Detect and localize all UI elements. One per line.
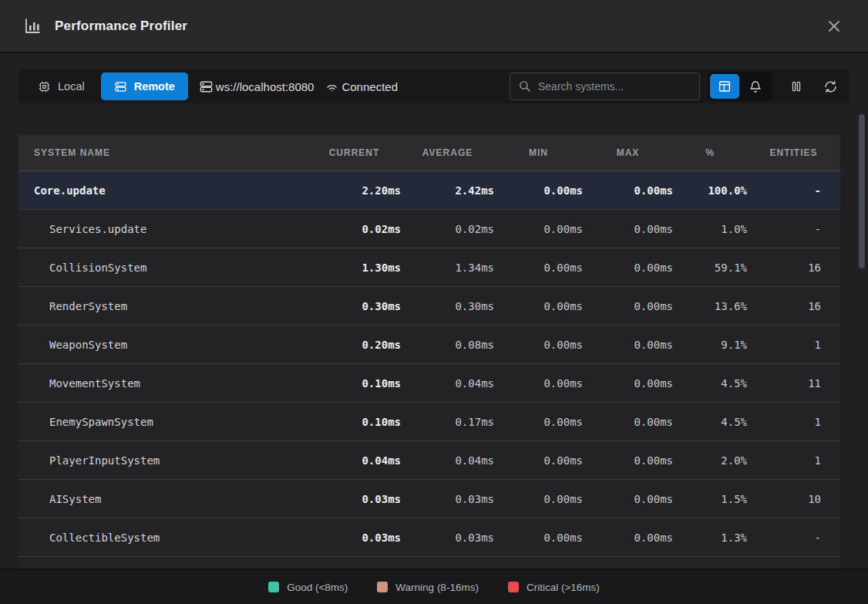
column-header-average[interactable]: AVERAGE [401, 147, 494, 158]
table-row[interactable]: Core.update 2.20ms 2.42ms 0.00ms 0.00ms … [19, 171, 840, 210]
systems-table: SYSTEM NAME CURRENT AVERAGE MIN MAX % EN… [19, 135, 840, 569]
min-cell: 0.00ms [494, 300, 583, 312]
min-cell: 0.00ms [494, 416, 583, 428]
max-cell: 0.00ms [583, 184, 673, 197]
percent-cell: 2.0% [673, 454, 747, 467]
system-name-cell: Core.update [19, 184, 308, 197]
average-cell: 0.03ms [401, 493, 494, 505]
local-button[interactable]: Local [25, 73, 98, 100]
connection-status-label: Connected [341, 80, 398, 93]
table-row[interactable]: PlayerInputSystem 0.04ms 0.04ms 0.00ms 0… [19, 441, 840, 480]
table-header-row: SYSTEM NAME CURRENT AVERAGE MIN MAX % EN… [19, 135, 840, 171]
column-header-min[interactable]: MIN [494, 147, 583, 158]
close-icon[interactable] [823, 15, 845, 37]
max-cell: 0.00ms [583, 300, 673, 312]
legend-swatch-icon [268, 582, 279, 592]
table-row[interactable]: CollectibleSystem 0.03ms 0.03ms 0.00ms 0… [19, 518, 840, 557]
system-name-cell: PlayerInputSystem [19, 454, 308, 467]
connection-status: Connected [325, 79, 398, 94]
percent-cell: 1.5% [673, 493, 747, 505]
system-name-cell: EnemySpawnSystem [19, 416, 308, 428]
wifi-icon [325, 79, 339, 94]
current-cell: 0.30ms [308, 300, 401, 312]
max-cell: 0.00ms [583, 416, 673, 428]
column-header-percent[interactable]: % [673, 147, 747, 158]
entities-cell: 1 [747, 454, 840, 467]
table-row[interactable]: EnemySpawnSystem 0.10ms 0.17ms 0.00ms 0.… [19, 403, 840, 441]
entities-cell: 1 [747, 339, 840, 351]
scrollbar-thumb[interactable] [859, 114, 865, 268]
system-name-cell: CollisionSystem [19, 262, 308, 274]
system-name-cell: MovementSystem [19, 377, 308, 390]
table-row[interactable]: MovementSystem 0.10ms 0.04ms 0.00ms 0.00… [19, 364, 840, 403]
entities-cell: - [747, 531, 840, 544]
current-cell: 0.10ms [308, 416, 401, 428]
percent-cell: 59.1% [673, 262, 747, 274]
view-toggle-group [708, 72, 772, 101]
average-cell: 0.02ms [401, 223, 494, 235]
page-title: Performance Profiler [55, 19, 187, 34]
legend-label: Warning (8-16ms) [395, 582, 479, 593]
system-name-cell: CollectibleSystem [19, 531, 308, 544]
current-cell: 0.20ms [308, 339, 401, 351]
percent-cell: 1.3% [673, 531, 747, 544]
column-header-current[interactable]: CURRENT [308, 147, 401, 158]
clipped-row [19, 557, 840, 569]
system-name-cell: Services.update [19, 223, 308, 235]
max-cell: 0.00ms [583, 454, 673, 467]
max-cell: 0.00ms [583, 262, 673, 274]
websocket-url: ws://localhost:8080 [199, 79, 315, 94]
local-button-label: Local [58, 80, 85, 93]
title-bar: Performance Profiler [0, 0, 868, 53]
remote-button[interactable]: Remote [101, 73, 188, 100]
websocket-url-label: ws://localhost:8080 [216, 80, 315, 93]
current-cell: 0.10ms [308, 377, 401, 390]
entities-cell: 1 [747, 416, 840, 428]
average-cell: 0.08ms [401, 339, 494, 351]
remote-button-label: Remote [134, 80, 175, 93]
legend-bar: Good (<8ms) Warning (8-16ms) Critical (>… [0, 569, 868, 604]
average-cell: 0.03ms [401, 531, 494, 544]
refresh-icon[interactable] [817, 73, 843, 100]
max-cell: 0.00ms [583, 493, 673, 505]
legend-swatch-icon [508, 582, 519, 592]
min-cell: 0.00ms [494, 339, 583, 351]
table-layout-icon[interactable] [710, 74, 739, 99]
bar-chart-icon [23, 17, 42, 35]
table-row[interactable]: RenderSystem 0.30ms 0.30ms 0.00ms 0.00ms… [19, 287, 840, 326]
search-input[interactable] [510, 73, 700, 100]
min-cell: 0.00ms [494, 454, 583, 467]
table-row[interactable]: WeaponSystem 0.20ms 0.08ms 0.00ms 0.00ms… [19, 326, 840, 364]
average-cell: 0.30ms [401, 300, 494, 312]
server-icon [199, 79, 214, 94]
legend-swatch-icon [377, 582, 388, 592]
column-header-system-name[interactable]: SYSTEM NAME [19, 147, 308, 158]
legend-item: Critical (>16ms) [508, 582, 600, 593]
system-name-cell: RenderSystem [19, 300, 308, 312]
average-cell: 0.17ms [401, 416, 494, 428]
percent-cell: 4.5% [673, 416, 747, 428]
entities-cell: 10 [747, 493, 840, 505]
current-cell: 2.20ms [308, 184, 401, 197]
table-row[interactable]: AISystem 0.03ms 0.03ms 0.00ms 0.00ms 1.5… [19, 480, 840, 518]
table-row[interactable]: CollisionSystem 1.30ms 1.34ms 0.00ms 0.0… [19, 248, 840, 287]
source-toggle-group: Local Remote [25, 73, 188, 100]
table-body: Core.update 2.20ms 2.42ms 0.00ms 0.00ms … [19, 171, 840, 557]
table-row[interactable]: Services.update 0.02ms 0.02ms 0.00ms 0.0… [19, 210, 840, 248]
legend-item: Warning (8-16ms) [377, 582, 479, 593]
entities-cell: 11 [747, 377, 840, 390]
pause-icon[interactable] [783, 73, 809, 100]
bell-icon[interactable] [741, 74, 770, 99]
cpu-icon [38, 80, 51, 93]
average-cell: 0.04ms [401, 377, 494, 390]
entities-cell: - [747, 223, 840, 235]
search-icon [518, 79, 531, 93]
average-cell: 2.42ms [401, 184, 494, 197]
current-cell: 1.30ms [308, 262, 401, 274]
percent-cell: 100.0% [673, 184, 747, 197]
average-cell: 1.34ms [401, 262, 494, 274]
column-header-entities[interactable]: ENTITIES [747, 147, 840, 158]
legend-label: Good (<8ms) [287, 582, 348, 593]
min-cell: 0.00ms [494, 184, 583, 197]
column-header-max[interactable]: MAX [583, 147, 673, 158]
